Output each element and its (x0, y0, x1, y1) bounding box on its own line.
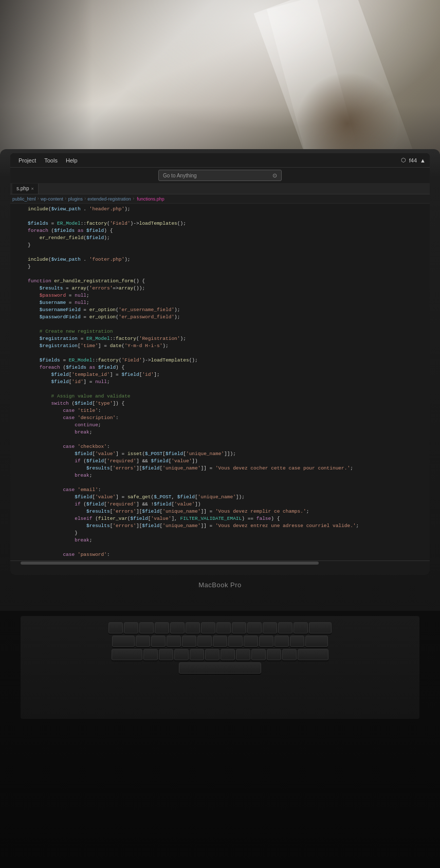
menu-help[interactable]: Help (62, 157, 82, 164)
key[interactable] (190, 649, 204, 660)
key[interactable] (159, 649, 173, 660)
battery-text: f44 (409, 157, 417, 164)
screen-content: Project Tools Help ⬡ f44 ▲ Go to Anythin… (10, 153, 430, 575)
key[interactable] (274, 636, 289, 647)
keyboard-row-2 (21, 635, 419, 648)
key[interactable] (221, 649, 235, 660)
code-line (10, 321, 430, 328)
scrollbar-thumb[interactable] (21, 562, 319, 565)
key[interactable] (259, 636, 273, 647)
keyboard-row-1 (21, 621, 419, 635)
breadcrumb-sep-2: › (84, 196, 86, 202)
wifi-icon: ▲ (420, 157, 426, 164)
keyboard-surface (21, 616, 419, 719)
key[interactable] (108, 622, 123, 634)
code-line (10, 544, 430, 551)
key[interactable] (139, 622, 154, 634)
code-line (10, 350, 430, 357)
key[interactable] (136, 636, 150, 647)
key[interactable] (124, 622, 138, 634)
code-line: $password = null; (10, 292, 430, 299)
key-caps[interactable] (112, 649, 142, 660)
key[interactable] (282, 649, 297, 660)
key[interactable] (267, 649, 281, 660)
key[interactable] (294, 622, 308, 634)
key[interactable] (290, 636, 304, 647)
code-line: case 'description': (10, 414, 430, 422)
code-line (10, 386, 430, 393)
code-line: if ($field['required'] && !$field['value… (10, 501, 430, 508)
code-line: $field['id'] = null; (10, 378, 430, 386)
key[interactable] (278, 622, 292, 634)
key[interactable] (170, 622, 185, 634)
key[interactable] (232, 622, 246, 634)
key[interactable] (251, 649, 266, 660)
key[interactable] (143, 649, 158, 660)
key[interactable] (201, 622, 215, 634)
code-line: $results['errors'][$field['unique_name']… (10, 508, 430, 515)
key[interactable] (151, 636, 166, 647)
code-line: case 'password': (10, 551, 430, 558)
scrollbar[interactable] (10, 560, 430, 565)
code-line: foreach ($fields as $field) { (10, 227, 430, 234)
key[interactable] (205, 649, 219, 660)
key[interactable] (155, 622, 169, 634)
code-editor[interactable]: include($view_path . 'header.php'); $fie… (10, 204, 430, 560)
code-line: $results['errors'][$field['unique_name']… (10, 522, 430, 530)
key[interactable] (236, 649, 250, 660)
key[interactable] (228, 636, 243, 647)
tab-close[interactable]: × (31, 186, 33, 191)
code-line: if ($field['required'] && $field['value'… (10, 458, 430, 465)
key-spacebar[interactable] (179, 662, 261, 674)
key[interactable] (186, 622, 200, 634)
key[interactable] (213, 636, 227, 647)
key[interactable] (167, 636, 181, 647)
code-line (10, 249, 430, 256)
code-line: er_render_field($field); (10, 234, 430, 242)
key[interactable] (197, 636, 212, 647)
key[interactable] (244, 636, 258, 647)
breadcrumb-item-3[interactable]: extended-registration (87, 196, 131, 202)
key-tab[interactable] (112, 636, 135, 647)
code-line: include($view_path . 'footer.php'); (10, 256, 430, 263)
code-line: $field['template_id'] = $field['id']; (10, 371, 430, 378)
file-tab[interactable]: s.php × (12, 184, 39, 194)
code-line: } (10, 263, 430, 270)
code-line (10, 213, 430, 220)
code-line: $field['value'] = isset($_POST[$field['u… (10, 450, 430, 458)
goto-label: Go to Anything (163, 173, 197, 178)
key[interactable] (263, 622, 277, 634)
code-line: $fields = ER_Model::factory('Field')->lo… (10, 357, 430, 364)
key-delete[interactable] (309, 622, 332, 634)
key[interactable] (247, 622, 262, 634)
code-line: $registration['time'] = date('Y-m-d H-i-… (10, 342, 430, 350)
code-line: # Assign value and validate (10, 393, 430, 400)
screen-bezel: Project Tools Help ⬡ f44 ▲ Go to Anythin… (10, 153, 430, 575)
menubar-right: ⬡ f44 ▲ (401, 157, 426, 164)
breadcrumb-item-0[interactable]: public_html (12, 196, 36, 202)
code-line (10, 436, 430, 443)
code-line: break; (10, 472, 430, 479)
breadcrumb-item-2[interactable]: plugins (68, 196, 83, 202)
code-line: elseif (filter_var($field['value'], FILT… (10, 515, 430, 522)
goto-bar: Go to Anything ⊙ (10, 168, 430, 183)
code-line: $results = array('errors'=>array()); (10, 285, 430, 292)
code-line: include($view_path . 'header.php'); (10, 206, 430, 213)
keyboard-area (0, 611, 440, 868)
code-line: $results['errors'][$field['unique_name']… (10, 465, 430, 472)
code-line: $usernameField = er_option('er_username_… (10, 306, 430, 314)
goto-input[interactable]: Go to Anything ⊙ (158, 170, 282, 181)
menu-project[interactable]: Project (14, 157, 40, 164)
code-line: continue; (10, 422, 430, 429)
code-line: $field['value'] = safe_get($_POST, $fiel… (10, 494, 430, 501)
key[interactable] (182, 636, 196, 647)
key-return[interactable] (305, 636, 328, 647)
menu-tools[interactable]: Tools (40, 157, 62, 164)
tab-bar: s.php × (10, 183, 430, 194)
code-line: $username = null; (10, 299, 430, 306)
code-line: case 'title': (10, 407, 430, 414)
key[interactable] (174, 649, 189, 660)
key[interactable] (216, 622, 231, 634)
key-enter[interactable] (298, 649, 328, 660)
breadcrumb-item-1[interactable]: wp-content (41, 196, 63, 202)
